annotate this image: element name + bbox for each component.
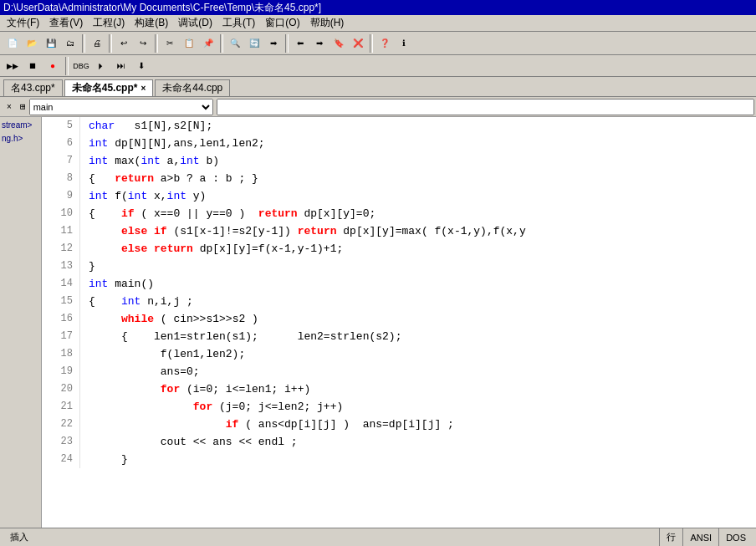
tab-45-label: 未命名45.cpp* — [72, 81, 138, 95]
sidebar-item-2[interactable]: ng.h> — [2, 132, 39, 145]
code-line-content[interactable]: { if ( x==0 || y==0 ) return dp[x][y]=0; — [79, 205, 756, 222]
code-content[interactable]: 5char s1[N],s2[N];6int dp[N][N],ans,len1… — [42, 117, 756, 528]
status-bar: 插入 行 ANSI DOS — [0, 528, 756, 546]
paste-btn[interactable]: 📌 — [199, 34, 217, 53]
code-line-content[interactable]: int main() — [79, 275, 756, 293]
print-btn[interactable]: 🖨 — [88, 34, 106, 53]
info-btn[interactable]: ℹ — [395, 34, 413, 53]
code-line-content[interactable]: else return dp[x][y]=f(x-1,y-1)+1; — [79, 240, 756, 258]
line-number: 16 — [42, 310, 79, 328]
code-editor[interactable]: 5char s1[N],s2[N];6int dp[N][N],ans,len1… — [42, 117, 756, 528]
menu-window[interactable]: 窗口(O) — [260, 15, 304, 31]
code-line-content[interactable]: for (j=0; j<=len2; j++) — [79, 398, 756, 416]
toolbar-2: ▶▶ ⏹ ● DBG ⏵ ⏭ ⬇ — [0, 55, 756, 77]
save-btn[interactable]: 💾 — [42, 34, 60, 53]
search-btn[interactable]: 🔍 — [226, 34, 244, 53]
code-line-content[interactable]: } — [79, 451, 756, 468]
help-btn[interactable]: ❓ — [375, 34, 394, 53]
title-bar: D:\UserData\Administrator\My Documents\C… — [0, 0, 756, 15]
copy-btn[interactable]: 📋 — [180, 34, 198, 53]
tb2-btn5[interactable]: ⏵ — [92, 57, 110, 75]
tab-44[interactable]: 未命名44.cpp — [155, 79, 230, 96]
code-line-content[interactable]: if ( ans<dp[i][j] ) ans=dp[i][j] ; — [79, 416, 756, 433]
main-area: stream> ng.h> 5char s1[N],s2[N];6int dp[… — [0, 117, 756, 528]
line-number: 9 — [42, 187, 79, 205]
sep4 — [220, 34, 223, 53]
func-input[interactable] — [217, 99, 754, 115]
new-btn[interactable]: 📄 — [3, 34, 22, 53]
sidebar-item-1[interactable]: stream> — [2, 119, 39, 132]
toolbar-1: 📄 📂 💾 🗂 🖨 ↩ ↪ ✂ 📋 📌 🔍 🔄 ➡ ⬅ ➡ 🔖 ❌ ❓ ℹ — [0, 32, 756, 55]
status-line: 行 — [660, 528, 683, 546]
replace-btn[interactable]: 🔄 — [245, 34, 263, 53]
code-line-content[interactable]: { return a>b ? a : b ; } — [79, 170, 756, 187]
line-number: 24 — [42, 451, 79, 468]
tb2-btn7[interactable]: ⬇ — [132, 57, 151, 75]
sep1 — [82, 34, 85, 53]
table-row: 7int max(int a,int b) — [42, 152, 756, 170]
tb2-btn2[interactable]: ⏹ — [23, 57, 42, 75]
table-row: 18 f(len1,len2); — [42, 345, 756, 363]
menu-project[interactable]: 工程(J) — [88, 15, 130, 31]
undo-btn[interactable]: ↩ — [115, 34, 133, 53]
tb2-btn4[interactable]: DBG — [72, 57, 90, 75]
code-line-content[interactable]: else if (s1[x-1]!=s2[y-1]) return dp[x][… — [79, 222, 756, 240]
bookmark-prev-btn[interactable]: ⬅ — [291, 34, 309, 53]
code-line-content[interactable]: while ( cin>>s1>>s2 ) — [79, 310, 756, 328]
code-line-content[interactable]: int f(int x,int y) — [79, 187, 756, 205]
save-all-btn[interactable]: 🗂 — [61, 34, 79, 53]
bookmark-next-btn[interactable]: ➡ — [310, 34, 329, 53]
table-row: 9int f(int x,int y) — [42, 187, 756, 205]
table-row: 15{ int n,i,j ; — [42, 293, 756, 310]
code-line-content[interactable]: { len1=strlen(s1); len2=strlen(s2); — [79, 328, 756, 345]
code-line-content[interactable]: int max(int a,int b) — [79, 152, 756, 170]
line-number: 18 — [42, 345, 79, 363]
sep6 — [370, 34, 373, 53]
open-btn[interactable]: 📂 — [23, 34, 41, 53]
menu-help[interactable]: 帮助(H) — [305, 15, 350, 31]
line-number: 12 — [42, 240, 79, 258]
line-number: 15 — [42, 293, 79, 310]
bookmark-clear-btn[interactable]: ❌ — [349, 34, 367, 53]
code-line-content[interactable]: f(len1,len2); — [79, 345, 756, 363]
tb2-btn1[interactable]: ▶▶ — [3, 57, 22, 75]
func-dropdown[interactable]: main f max — [29, 99, 213, 115]
tb2-btn3[interactable]: ● — [43, 57, 62, 75]
status-line-ending: DOS — [719, 528, 753, 546]
redo-btn[interactable]: ↪ — [134, 34, 152, 53]
table-row: 8{ return a>b ? a : b ; } — [42, 170, 756, 187]
table-row: 22 if ( ans<dp[i][j] ) ans=dp[i][j] ; — [42, 416, 756, 433]
tab-45-close[interactable]: × — [140, 84, 146, 93]
table-row: 19 ans=0; — [42, 363, 756, 380]
func-icon: ⊞ — [20, 101, 26, 112]
table-row: 16 while ( cin>>s1>>s2 ) — [42, 310, 756, 328]
tab-43[interactable]: 名43.cpp* — [3, 79, 63, 96]
menu-build[interactable]: 构建(B) — [130, 15, 173, 31]
tab-45[interactable]: 未命名45.cpp* × — [64, 79, 154, 96]
goto-btn[interactable]: ➡ — [264, 34, 283, 53]
table-row: 5char s1[N],s2[N]; — [42, 117, 756, 135]
close-panel-btn[interactable]: × — [2, 100, 17, 115]
code-line-content[interactable]: for (i=0; i<=len1; i++) — [79, 380, 756, 398]
table-row: 23 cout << ans << endl ; — [42, 433, 756, 451]
code-line-content[interactable]: ans=0; — [79, 363, 756, 380]
menu-file[interactable]: 文件(F) — [2, 15, 44, 31]
line-number: 8 — [42, 170, 79, 187]
code-table: 5char s1[N],s2[N];6int dp[N][N],ans,len1… — [42, 117, 756, 468]
code-line-content[interactable]: { int n,i,j ; — [79, 293, 756, 310]
table-row: 10{ if ( x==0 || y==0 ) return dp[x][y]=… — [42, 205, 756, 222]
line-number: 21 — [42, 398, 79, 416]
code-line-content[interactable]: cout << ans << endl ; — [79, 433, 756, 451]
menu-tools[interactable]: 工具(T) — [217, 15, 260, 31]
code-line-content[interactable]: } — [79, 258, 756, 275]
cut-btn[interactable]: ✂ — [161, 34, 179, 53]
menu-view[interactable]: 查看(V) — [44, 15, 88, 31]
status-encoding: ANSI — [683, 528, 719, 546]
bookmark-add-btn[interactable]: 🔖 — [329, 34, 348, 53]
tb2-btn6[interactable]: ⏭ — [112, 57, 130, 75]
code-line-content[interactable]: char s1[N],s2[N]; — [79, 117, 756, 135]
code-line-content[interactable]: int dp[N][N],ans,len1,len2; — [79, 135, 756, 152]
table-row: 14int main() — [42, 275, 756, 293]
menu-debug[interactable]: 调试(D) — [173, 15, 217, 31]
line-number: 6 — [42, 135, 79, 152]
